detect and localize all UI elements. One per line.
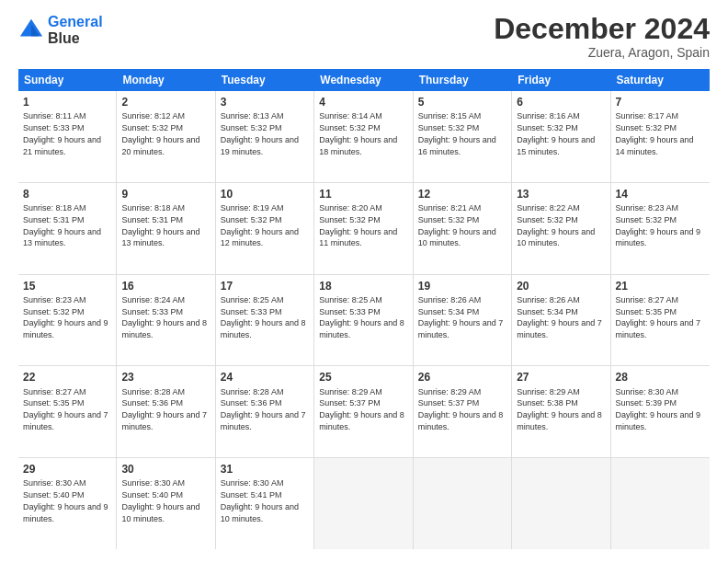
day-number: 13 bbox=[517, 187, 605, 201]
calendar-row: 29Sunrise: 8:30 AMSunset: 5:40 PMDayligh… bbox=[18, 458, 710, 549]
header: General Blue December 2024 Zuera, Aragon… bbox=[18, 14, 710, 60]
table-row: 6Sunrise: 8:16 AMSunset: 5:32 PMDaylight… bbox=[512, 91, 610, 182]
table-row bbox=[414, 458, 512, 549]
sun-info: Sunrise: 8:27 AMSunset: 5:35 PMDaylight:… bbox=[23, 387, 108, 431]
table-row: 26Sunrise: 8:29 AMSunset: 5:37 PMDayligh… bbox=[414, 366, 512, 457]
calendar-row: 8Sunrise: 8:18 AMSunset: 5:31 PMDaylight… bbox=[18, 183, 710, 275]
day-number: 5 bbox=[418, 95, 506, 109]
table-row: 1Sunrise: 8:11 AMSunset: 5:33 PMDaylight… bbox=[18, 91, 117, 182]
table-row: 28Sunrise: 8:30 AMSunset: 5:39 PMDayligh… bbox=[611, 366, 710, 457]
logo: General Blue bbox=[18, 14, 103, 46]
table-row: 23Sunrise: 8:28 AMSunset: 5:36 PMDayligh… bbox=[117, 366, 215, 457]
calendar-body: 1Sunrise: 8:11 AMSunset: 5:33 PMDaylight… bbox=[18, 91, 710, 549]
sun-info: Sunrise: 8:23 AMSunset: 5:32 PMDaylight:… bbox=[23, 295, 108, 339]
table-row bbox=[611, 458, 710, 549]
title-section: December 2024 Zuera, Aragon, Spain bbox=[494, 14, 710, 60]
day-number: 7 bbox=[616, 95, 705, 109]
sun-info: Sunrise: 8:26 AMSunset: 5:34 PMDaylight:… bbox=[517, 295, 602, 339]
sun-info: Sunrise: 8:27 AMSunset: 5:35 PMDaylight:… bbox=[616, 295, 701, 339]
sun-info: Sunrise: 8:29 AMSunset: 5:38 PMDaylight:… bbox=[517, 387, 602, 431]
sun-info: Sunrise: 8:26 AMSunset: 5:34 PMDaylight:… bbox=[418, 295, 504, 339]
day-number: 14 bbox=[616, 187, 705, 201]
sun-info: Sunrise: 8:25 AMSunset: 5:33 PMDaylight:… bbox=[319, 295, 404, 339]
table-row: 27Sunrise: 8:29 AMSunset: 5:38 PMDayligh… bbox=[512, 366, 610, 457]
sun-info: Sunrise: 8:23 AMSunset: 5:32 PMDaylight:… bbox=[616, 203, 701, 247]
day-number: 25 bbox=[319, 370, 407, 385]
sun-info: Sunrise: 8:13 AMSunset: 5:32 PMDaylight:… bbox=[221, 111, 299, 155]
sun-info: Sunrise: 8:15 AMSunset: 5:32 PMDaylight:… bbox=[418, 111, 496, 155]
sun-info: Sunrise: 8:30 AMSunset: 5:39 PMDaylight:… bbox=[616, 387, 701, 431]
day-number: 29 bbox=[23, 462, 111, 477]
table-row: 2Sunrise: 8:12 AMSunset: 5:32 PMDaylight… bbox=[117, 91, 215, 182]
table-row: 15Sunrise: 8:23 AMSunset: 5:32 PMDayligh… bbox=[18, 275, 117, 366]
sun-info: Sunrise: 8:16 AMSunset: 5:32 PMDaylight:… bbox=[517, 111, 595, 155]
table-row: 16Sunrise: 8:24 AMSunset: 5:33 PMDayligh… bbox=[117, 275, 215, 366]
day-number: 20 bbox=[517, 279, 605, 293]
day-number: 24 bbox=[221, 370, 309, 385]
day-number: 19 bbox=[418, 279, 506, 293]
sun-info: Sunrise: 8:29 AMSunset: 5:37 PMDaylight:… bbox=[418, 387, 504, 431]
calendar-header: Sunday Monday Tuesday Wednesday Thursday… bbox=[18, 69, 710, 91]
table-row: 14Sunrise: 8:23 AMSunset: 5:32 PMDayligh… bbox=[611, 183, 710, 274]
sun-info: Sunrise: 8:11 AMSunset: 5:33 PMDaylight:… bbox=[23, 111, 101, 155]
day-number: 26 bbox=[418, 370, 506, 385]
sun-info: Sunrise: 8:28 AMSunset: 5:36 PMDaylight:… bbox=[121, 387, 207, 431]
table-row: 22Sunrise: 8:27 AMSunset: 5:35 PMDayligh… bbox=[18, 366, 117, 457]
location: Zuera, Aragon, Spain bbox=[494, 45, 710, 60]
day-number: 15 bbox=[23, 279, 111, 293]
day-number: 21 bbox=[616, 279, 705, 293]
table-row: 20Sunrise: 8:26 AMSunset: 5:34 PMDayligh… bbox=[512, 275, 610, 366]
table-row: 7Sunrise: 8:17 AMSunset: 5:32 PMDaylight… bbox=[611, 91, 710, 182]
sun-info: Sunrise: 8:18 AMSunset: 5:31 PMDaylight:… bbox=[23, 203, 101, 247]
col-wednesday: Wednesday bbox=[314, 69, 413, 91]
day-number: 17 bbox=[221, 279, 309, 293]
day-number: 30 bbox=[121, 462, 210, 477]
table-row: 11Sunrise: 8:20 AMSunset: 5:32 PMDayligh… bbox=[314, 183, 413, 274]
sun-info: Sunrise: 8:25 AMSunset: 5:33 PMDaylight:… bbox=[221, 295, 306, 339]
col-tuesday: Tuesday bbox=[216, 69, 314, 91]
sun-info: Sunrise: 8:18 AMSunset: 5:31 PMDaylight:… bbox=[121, 203, 199, 247]
logo-text: General Blue bbox=[48, 14, 103, 46]
day-number: 6 bbox=[517, 95, 605, 109]
table-row: 30Sunrise: 8:30 AMSunset: 5:40 PMDayligh… bbox=[117, 458, 215, 549]
sun-info: Sunrise: 8:28 AMSunset: 5:36 PMDaylight:… bbox=[221, 387, 306, 431]
day-number: 11 bbox=[319, 187, 407, 201]
sun-info: Sunrise: 8:29 AMSunset: 5:37 PMDaylight:… bbox=[319, 387, 404, 431]
sun-info: Sunrise: 8:19 AMSunset: 5:32 PMDaylight:… bbox=[221, 203, 299, 247]
sun-info: Sunrise: 8:20 AMSunset: 5:32 PMDaylight:… bbox=[319, 203, 397, 247]
day-number: 31 bbox=[221, 462, 309, 477]
sun-info: Sunrise: 8:21 AMSunset: 5:32 PMDaylight:… bbox=[418, 203, 496, 247]
col-thursday: Thursday bbox=[414, 69, 512, 91]
table-row: 5Sunrise: 8:15 AMSunset: 5:32 PMDaylight… bbox=[414, 91, 512, 182]
calendar: Sunday Monday Tuesday Wednesday Thursday… bbox=[18, 69, 710, 549]
day-number: 1 bbox=[23, 95, 111, 109]
day-number: 18 bbox=[319, 279, 407, 293]
table-row: 24Sunrise: 8:28 AMSunset: 5:36 PMDayligh… bbox=[216, 366, 314, 457]
calendar-row: 15Sunrise: 8:23 AMSunset: 5:32 PMDayligh… bbox=[18, 275, 710, 367]
day-number: 27 bbox=[517, 370, 605, 385]
table-row: 19Sunrise: 8:26 AMSunset: 5:34 PMDayligh… bbox=[414, 275, 512, 366]
table-row: 4Sunrise: 8:14 AMSunset: 5:32 PMDaylight… bbox=[314, 91, 413, 182]
sun-info: Sunrise: 8:30 AMSunset: 5:41 PMDaylight:… bbox=[221, 478, 299, 523]
table-row: 12Sunrise: 8:21 AMSunset: 5:32 PMDayligh… bbox=[414, 183, 512, 274]
day-number: 9 bbox=[121, 187, 210, 201]
sun-info: Sunrise: 8:22 AMSunset: 5:32 PMDaylight:… bbox=[517, 203, 595, 247]
day-number: 8 bbox=[23, 187, 111, 201]
month-title: December 2024 bbox=[494, 14, 710, 43]
sun-info: Sunrise: 8:17 AMSunset: 5:32 PMDaylight:… bbox=[616, 111, 694, 155]
col-monday: Monday bbox=[117, 69, 215, 91]
table-row: 13Sunrise: 8:22 AMSunset: 5:32 PMDayligh… bbox=[512, 183, 610, 274]
col-saturday: Saturday bbox=[611, 69, 710, 91]
day-number: 28 bbox=[616, 370, 705, 385]
table-row: 31Sunrise: 8:30 AMSunset: 5:41 PMDayligh… bbox=[216, 458, 314, 549]
table-row: 3Sunrise: 8:13 AMSunset: 5:32 PMDaylight… bbox=[216, 91, 314, 182]
sun-info: Sunrise: 8:14 AMSunset: 5:32 PMDaylight:… bbox=[319, 111, 397, 155]
day-number: 3 bbox=[221, 95, 309, 109]
table-row: 25Sunrise: 8:29 AMSunset: 5:37 PMDayligh… bbox=[314, 366, 413, 457]
logo-icon bbox=[18, 17, 44, 43]
table-row: 29Sunrise: 8:30 AMSunset: 5:40 PMDayligh… bbox=[18, 458, 117, 549]
day-number: 23 bbox=[121, 370, 210, 385]
day-number: 2 bbox=[121, 95, 210, 109]
day-number: 16 bbox=[121, 279, 210, 293]
day-number: 10 bbox=[221, 187, 309, 201]
